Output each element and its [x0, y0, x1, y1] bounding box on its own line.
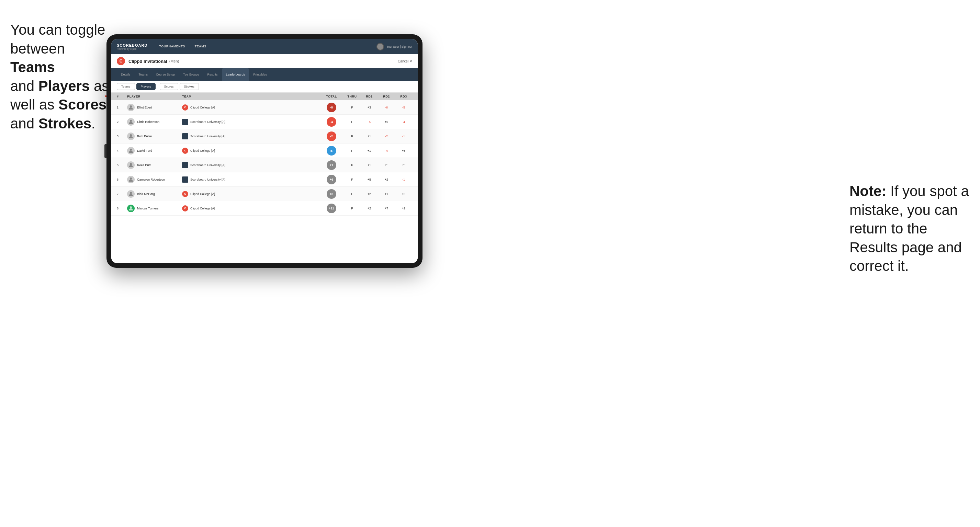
team-name: Clippd College [A]: [190, 106, 215, 109]
rank-cell: 2: [117, 120, 127, 124]
col-thru: THRU: [344, 95, 361, 98]
tab-results[interactable]: Results: [204, 68, 222, 81]
rd3-cell: -1: [395, 135, 412, 138]
note-label: Note:: [850, 183, 886, 199]
strokes-bold: Strokes: [38, 115, 91, 132]
rd2-cell: -6: [378, 106, 395, 109]
rank-cell: 1: [117, 106, 127, 109]
tab-course-setup[interactable]: Course Setup: [152, 68, 179, 81]
rd1-cell: +1: [361, 149, 378, 152]
col-rd2: RD2: [378, 95, 395, 98]
nav-links: TOURNAMENTS TEAMS: [154, 39, 211, 54]
total-cell: -4: [320, 117, 344, 127]
rd3-cell: -1: [395, 178, 412, 181]
table-row: 3 Rich Butler Scoreboard University [A] …: [111, 129, 418, 143]
rd3-cell: -4: [395, 120, 412, 124]
col-rd3: RD3: [395, 95, 412, 98]
svg-point-1: [130, 105, 132, 108]
total-cell: +8: [320, 189, 344, 199]
team-name: Clippd College [A]: [190, 192, 215, 196]
nav-user-text: Test User | Sign out: [387, 45, 412, 48]
tab-details[interactable]: Details: [117, 68, 135, 81]
team-logo: [182, 119, 188, 125]
team-logo: C: [182, 104, 188, 111]
player-name: David Ford: [137, 149, 152, 152]
rd1-cell: +2: [361, 207, 378, 210]
leaderboard-table: # PLAYER TEAM TOTAL THRU RD1 RD2 RD3 1 E…: [111, 93, 418, 263]
user-avatar: [377, 43, 384, 51]
rd2-cell: E: [378, 163, 395, 167]
team-logo: C: [182, 191, 188, 197]
tab-printables[interactable]: Printables: [249, 68, 271, 81]
player-avatar: [127, 118, 135, 125]
table-header: # PLAYER TEAM TOTAL THRU RD1 RD2 RD3: [111, 93, 418, 100]
tab-leaderboards[interactable]: Leaderboards: [222, 68, 250, 81]
player-cell: Marcus Turners: [127, 205, 182, 212]
nav-right: Test User | Sign out: [377, 43, 412, 51]
rd3-cell: -5: [395, 106, 412, 109]
tab-tee-groups[interactable]: Tee Groups: [179, 68, 204, 81]
nav-tournaments[interactable]: TOURNAMENTS: [154, 39, 189, 54]
team-logo: [182, 133, 188, 140]
toggle-scores-button[interactable]: Scores: [160, 83, 178, 90]
toggle-strokes-button[interactable]: Strokes: [180, 83, 199, 90]
player-avatar: [127, 205, 135, 212]
svg-point-8: [130, 206, 132, 208]
scores-bold: Scores: [58, 97, 107, 113]
team-cell: C Clippd College [A]: [182, 205, 320, 211]
total-cell: +1: [320, 160, 344, 170]
sign-out-link[interactable]: Sign out: [402, 45, 412, 48]
thru-cell: F: [344, 120, 361, 124]
player-cell: Elliot Ebert: [127, 104, 182, 111]
team-cell: Scoreboard University [A]: [182, 119, 320, 125]
rd2-cell: -2: [378, 135, 395, 138]
rd1-cell: +3: [361, 106, 378, 109]
thru-cell: F: [344, 207, 361, 210]
thru-cell: F: [344, 163, 361, 167]
total-cell: +6: [320, 175, 344, 184]
toggle-teams-button[interactable]: Teams: [117, 83, 135, 90]
player-name: Chris Robertson: [137, 120, 159, 124]
player-cell: David Ford: [127, 147, 182, 154]
thru-cell: F: [344, 135, 361, 138]
table-row: 8 Marcus Turners C Clippd College [A] +1…: [111, 201, 418, 216]
player-cell: Cameron Robertson: [127, 176, 182, 183]
player-avatar: [127, 161, 135, 169]
scoreboard-logo: SCOREBOARD Powered by clippd: [117, 44, 147, 50]
rank-cell: 3: [117, 135, 127, 138]
score-badge: E: [327, 146, 336, 156]
tournament-logo: C: [117, 57, 125, 65]
team-name: Clippd College [A]: [190, 207, 215, 210]
svg-point-4: [130, 149, 132, 151]
rank-cell: 4: [117, 149, 127, 152]
score-badge: +1: [327, 160, 336, 170]
score-badge: -4: [327, 117, 336, 127]
toggle-players-button[interactable]: Players: [136, 83, 156, 90]
table-row: 6 Cameron Robertson Scoreboard Universit…: [111, 172, 418, 187]
avatar-inner: [377, 44, 383, 50]
thru-cell: F: [344, 149, 361, 152]
tournament-title: Clippd Invitational: [129, 59, 167, 64]
player-name: Marcus Turners: [137, 207, 159, 210]
rd1-cell: +5: [361, 178, 378, 181]
rd1-cell: -5: [361, 120, 378, 124]
table-row: 7 Blair McHarg C Clippd College [A] +8 F…: [111, 187, 418, 201]
player-name: Rich Butler: [137, 135, 152, 138]
team-cell: Scoreboard University [A]: [182, 162, 320, 168]
tab-teams[interactable]: Teams: [135, 68, 152, 81]
svg-point-2: [130, 120, 132, 122]
player-name: Elliot Ebert: [137, 106, 152, 109]
rd2-cell: -4: [378, 149, 395, 152]
logo-title: SCOREBOARD: [117, 44, 147, 48]
rd2-cell: +1: [378, 192, 395, 196]
team-logo: [182, 162, 188, 168]
tablet-side-button: [104, 144, 107, 158]
score-badge: -8: [327, 103, 336, 112]
teams-bold: Teams: [10, 59, 55, 75]
player-cell: Chris Robertson: [127, 118, 182, 125]
nav-teams[interactable]: TEAMS: [190, 39, 211, 54]
logo-subtitle: Powered by clippd: [117, 48, 147, 50]
rd2-cell: +7: [378, 207, 395, 210]
tablet-screen: SCOREBOARD Powered by clippd TOURNAMENTS…: [111, 39, 418, 263]
cancel-button[interactable]: Cancel ✕: [398, 59, 412, 63]
